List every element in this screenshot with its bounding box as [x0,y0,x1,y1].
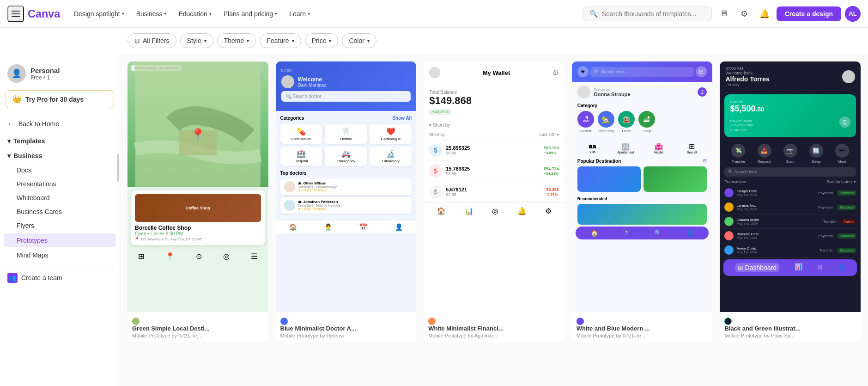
svg-text:Canva: Canva [28,8,61,20]
chevron-down-icon: ▾ [292,38,294,43]
template-author-2 [280,318,412,325]
template-card-5[interactable]: 07:00 AM Welcome back, Alfredo Torres • … [720,61,861,342]
back-arrow-icon: ← [7,120,15,128]
nav-learn[interactable]: Learn ▾ [284,7,316,20]
sidebar-item-docs[interactable]: Docs [0,163,120,177]
monitor-button[interactable]: 🖥 [716,6,732,22]
sidebar-item-flyers[interactable]: Flyers [0,219,120,233]
settings-button[interactable]: ⚙ [736,6,753,22]
create-design-button[interactable]: Create a design [777,6,841,21]
chevron-down-icon: ▾ [329,38,331,43]
search-bar[interactable]: 🔍 [583,6,712,21]
user-plan: Free • 1 [30,74,60,81]
nav-plans[interactable]: Plans and pricing ▾ [218,7,283,20]
template-thumb-1: 123 Anywhere St., Any City 📍 [127,61,268,312]
avatar[interactable]: AL [845,6,861,22]
chevron-down-icon: ▾ [164,11,166,16]
mock-phone-travel: ✦ 🔍 Search here... ⊟ Welco [572,61,713,312]
sidebar-divider [0,113,120,113]
template-thumb-2: 07:00 Welcome Dani Martinez 🔍 Search doc… [276,61,417,312]
all-filters-button[interactable]: ⊟ All Filters [127,33,176,48]
template-title-5: Black and Green Illustrat... [724,325,856,332]
template-info-5: Black and Green Illustrat... Mobile Prot… [720,312,861,342]
sidebar-item-business-cards[interactable]: Business Cards [0,205,120,219]
style-filter-button[interactable]: Style ▾ [180,33,213,48]
template-author-1 [132,318,264,325]
sidebar-item-prototypes[interactable]: Prototypes [4,233,116,247]
canva-logo: Canva [28,7,61,20]
bell-icon: 🔔 [759,9,770,19]
template-author-5 [724,318,856,325]
template-info-2: Blue Minimalist Doctor A... Mobile Proto… [276,312,417,342]
notifications-button[interactable]: 🔔 [756,6,773,22]
chevron-down-icon: ▾ [209,11,212,16]
chevron-down-icon: ▾ [7,137,11,145]
author-avatar-3 [428,318,436,325]
nav-links: Design spotlight ▾ Business ▾ Education … [68,7,579,20]
nav-design-spotlight[interactable]: Design spotlight ▾ [68,7,130,20]
nav-business[interactable]: Business ▾ [131,7,172,20]
nav-education[interactable]: Education ▾ [173,7,217,20]
theme-filter-button[interactable]: Theme ▾ [217,33,256,48]
sidebar-item-business[interactable]: ▾ Business [0,148,120,163]
template-subtitle-1: Mobile Prototype by 0721-Te... [132,333,264,338]
author-avatar-4 [577,318,584,325]
price-filter-button[interactable]: Price ▾ [305,33,339,48]
top-nav: Canva Design spotlight ▾ Business ▾ Educ… [0,0,868,28]
back-home-link[interactable]: ← Back to Home [0,116,120,132]
search-icon: 🔍 [589,10,598,18]
sidebar: 👤 Personal Free • 1 👑 Try Pro for 30 day… [0,54,120,386]
team-icon: 👥 [7,273,18,283]
author-avatar-5 [724,318,732,325]
filter-bar: ⊟ All Filters Style ▾ Theme ▾ Feature ▾ … [120,28,868,54]
mock-phone-finance-dark: 07:00 AM Welcome back, Alfredo Torres • … [720,61,861,312]
sidebar-item-presentations[interactable]: Presentations [0,177,120,191]
mock-phone-map: 123 Anywhere St., Any City 📍 [127,61,268,312]
feature-filter-button[interactable]: Feature ▾ [260,33,301,48]
color-filter-button[interactable]: Color ▾ [342,33,376,48]
template-subtitle-4: Mobile Prototype by 0721-Te... [577,333,708,338]
sidebar-section: ▾ Templates ▾ Business Docs Presentation… [0,132,120,264]
template-card-3[interactable]: My Wallet ⚙ Total Balance $149.868 +49,8… [424,61,565,342]
chevron-down-icon: ▾ [367,38,370,43]
mock-phone-doctor: 07:00 Welcome Dani Martinez 🔍 Search doc… [276,61,417,312]
template-title-1: Green Simple Local Desti... [132,325,264,332]
template-card-4[interactable]: ✦ 🔍 Search here... ⊟ Welco [572,61,713,342]
template-info-3: White Minimalist Financi... Mobile Proto… [424,312,565,342]
template-card-1[interactable]: 123 Anywhere St., Any City 📍 [127,61,268,342]
template-author-3 [428,318,560,325]
template-thumb-3: My Wallet ⚙ Total Balance $149.868 +49,8… [424,61,565,312]
template-title-4: White and Blue Modern ... [577,325,708,332]
monitor-icon: 🖥 [720,9,728,18]
template-info-4: White and Blue Modern ... Mobile Prototy… [572,312,713,342]
crown-icon: 👑 [12,95,22,104]
hamburger-button[interactable] [7,6,24,22]
try-pro-button[interactable]: 👑 Try Pro for 30 days [6,90,114,108]
create-team-button[interactable]: 👥 Create a team [0,268,120,288]
search-input[interactable] [602,10,705,18]
template-subtitle-5: Mobile Prototype by Haps Sp... [724,333,856,338]
sidebar-item-templates[interactable]: ▾ Templates [0,134,120,148]
main-layout: 👤 Personal Free • 1 👑 Try Pro for 30 day… [0,54,868,386]
author-avatar-1 [132,318,140,325]
mock-phone-finance-light: My Wallet ⚙ Total Balance $149.868 +49,8… [424,61,565,312]
filter-icon: ⊟ [134,37,140,44]
nav-right: 🔍 🖥 ⚙ 🔔 Create a design AL [583,6,861,22]
chevron-down-icon: ▾ [7,152,11,159]
template-title-2: Blue Minimalist Doctor A... [280,325,412,332]
hamburger-icon [12,11,20,17]
template-subtitle-3: Mobile Prototype by Agit Akb... [428,333,560,338]
chevron-down-icon: ▾ [275,11,277,16]
chevron-down-icon: ▾ [204,38,206,43]
gear-icon: ⚙ [741,9,748,19]
template-thumb-5: 07:00 AM Welcome back, Alfredo Torres • … [720,61,861,312]
sidebar-item-mind-maps[interactable]: Mind Maps [0,248,120,262]
template-card-2[interactable]: 07:00 Welcome Dani Martinez 🔍 Search doc… [276,61,417,342]
template-title-3: White Minimalist Financi... [428,325,560,332]
user-info: Personal Free • 1 [30,67,60,81]
user-section: 👤 Personal Free • 1 [0,60,120,88]
template-info-1: Green Simple Local Desti... Mobile Proto… [127,312,268,342]
author-avatar-2 [280,318,288,325]
template-subtitle-2: Mobile Prototype by Retenvi [280,333,412,338]
sidebar-item-whiteboard[interactable]: Whiteboard [0,191,120,205]
